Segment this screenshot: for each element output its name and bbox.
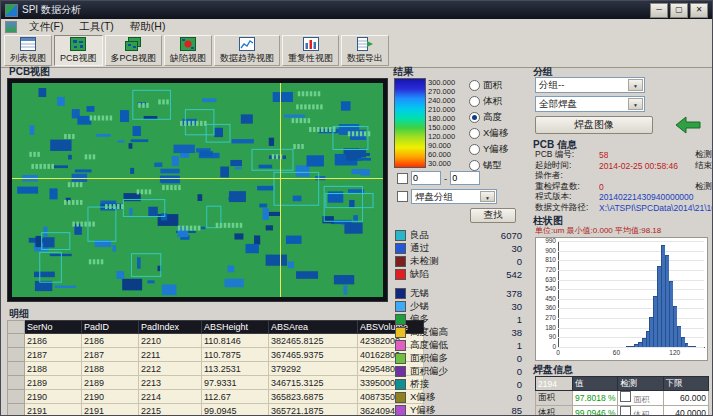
defect-count-row[interactable]: 桥接0 xyxy=(395,378,522,391)
gridline xyxy=(558,241,704,242)
histogram-stats: 单位:um 最小值:0.000 平均值:98.18 xyxy=(535,225,710,236)
chevron-down-icon[interactable]: ▼ xyxy=(480,191,495,202)
range-min-input[interactable] xyxy=(411,171,441,185)
previous-arrow-icon[interactable] xyxy=(675,116,701,134)
menu-item-help[interactable]: 帮助(H) xyxy=(122,19,174,34)
pcb-info-row: 程式版本:20140221430940000000 xyxy=(531,192,712,203)
toolbar-button-multi-pcb-view[interactable]: 多PCB视图 xyxy=(105,35,163,66)
defect-count-row[interactable]: 良品6070 xyxy=(395,229,522,242)
chevron-down-icon[interactable]: ▼ xyxy=(628,98,643,110)
y-tick-label: 720 xyxy=(536,266,556,273)
defect-count-row[interactable]: 未检测0 xyxy=(395,255,522,268)
scale-value-label: 30.000 xyxy=(428,159,466,168)
info-label: PCB 编号: xyxy=(535,150,599,161)
metric-radio-高度[interactable]: 高度 xyxy=(469,111,508,124)
defect-count-row[interactable]: 通过30 xyxy=(395,242,522,255)
table-row[interactable]: 21912191221599.0945365721.187536240948 xyxy=(8,404,424,416)
pcb-info-row: 起始时间:2014-02-25 00:58:46结束 xyxy=(531,161,712,172)
scale-value-label: 60.000 xyxy=(428,150,466,159)
maximize-button[interactable]: ▢ xyxy=(670,3,688,18)
pad-info-table: 2194值检测下限 面积97.8018 %面积60.000体积99.0946 %… xyxy=(535,376,709,416)
table-row[interactable]: 218721872211110.7875367465.937540162800 xyxy=(8,348,424,362)
defect-count-row[interactable]: 少锡30 xyxy=(395,300,522,313)
window-title: SPI 数据分析 xyxy=(22,3,81,17)
defect-count-row[interactable]: 面积偏少0 xyxy=(395,365,522,378)
scale-value-label: 120.000 xyxy=(428,132,466,141)
metric-radio-面积[interactable]: 面积 xyxy=(469,79,508,92)
defect-count-row[interactable]: 高度偏高38 xyxy=(395,326,522,339)
group-select[interactable]: 分组-- ▼ xyxy=(535,77,645,93)
toolbar-button-data-export[interactable]: 数据导出 xyxy=(341,35,389,66)
table-row[interactable]: 21892189221397.9331346715.312533950000 xyxy=(8,376,424,390)
y-tick-label: 180 xyxy=(536,324,556,331)
row-selector[interactable] xyxy=(8,376,25,390)
table-cell: 2211 xyxy=(139,348,202,362)
metric-radio-Y偏移[interactable]: Y偏移 xyxy=(469,143,508,156)
defect-count-row[interactable]: 面积偏多0 xyxy=(395,352,522,365)
range-max-input[interactable] xyxy=(450,171,480,185)
status-color-swatch xyxy=(395,379,406,390)
table-row[interactable]: 218621862210110.8146382465.812542382000 xyxy=(8,334,424,348)
metric-radio-label: 高度 xyxy=(483,111,502,124)
radio-icon xyxy=(469,160,480,171)
defect-count: 30 xyxy=(511,243,522,254)
y-tick-label: 990 xyxy=(536,237,556,244)
gridline xyxy=(558,270,704,271)
defect-label: 通过 xyxy=(410,242,429,255)
histogram-plot[interactable]: 090180270360450540630720810900990060120 xyxy=(535,237,708,361)
pad-image-button[interactable]: 焊盘图像 xyxy=(535,116,653,134)
app-icon xyxy=(5,4,18,17)
defect-count: 1 xyxy=(517,340,522,351)
chevron-down-icon[interactable]: ▼ xyxy=(628,79,643,91)
defect-label: 无锡 xyxy=(410,287,429,300)
table-cell: 2191 xyxy=(82,404,139,416)
status-color-swatch xyxy=(395,269,406,280)
table-row[interactable]: 218821882212113.253137929242954800 xyxy=(8,362,424,376)
toolbar-button-defect-view[interactable]: 缺陷视图 xyxy=(164,35,212,66)
defect-count-row[interactable]: X偏移0 xyxy=(395,391,522,404)
metric-radio-label: 面积 xyxy=(483,79,502,92)
defect-count: 1 xyxy=(517,314,522,325)
toolbar-button-pcb-view[interactable]: PCB视图 xyxy=(54,35,103,66)
all-pads-select-value: 全部焊盘 xyxy=(539,98,577,109)
menu-item-file[interactable]: 文件(F) xyxy=(21,19,71,34)
document-icon xyxy=(5,21,17,33)
close-button[interactable]: ✕ xyxy=(690,3,708,18)
defect-count-row[interactable]: 高度偏低1 xyxy=(395,339,522,352)
pad-group-checkbox[interactable] xyxy=(397,191,408,202)
list-view-icon xyxy=(20,37,36,51)
details-table[interactable]: SerNoPadIDPadIndexABSHeightABSAreaABSVol… xyxy=(7,320,424,416)
all-pads-select[interactable]: 全部焊盘 ▼ xyxy=(535,96,645,112)
defect-count-row[interactable]: 缺陷542 xyxy=(395,268,522,281)
row-selector[interactable] xyxy=(8,404,25,416)
search-button[interactable]: 查找 xyxy=(470,208,516,223)
row-selector[interactable] xyxy=(8,390,25,404)
table-cell: 2189 xyxy=(82,376,139,390)
pad-group-select-value: 焊盘分组 xyxy=(415,191,453,202)
toolbar-button-trend-view[interactable]: 数据趋势视图 xyxy=(214,35,280,66)
row-selector[interactable] xyxy=(8,348,25,362)
pcb-canvas[interactable] xyxy=(7,78,388,302)
minimize-button[interactable]: ─ xyxy=(650,3,668,18)
check-checkbox[interactable] xyxy=(620,391,631,402)
menu-item-tools[interactable]: 工具(T) xyxy=(71,19,121,34)
defect-count-row[interactable]: Y偏移85 xyxy=(395,404,522,416)
metric-radio-X偏移[interactable]: X偏移 xyxy=(469,127,508,140)
pad-group-row: 焊盘分组 ▼ xyxy=(397,189,497,204)
table-row[interactable]: 219021902214112.67365823.687540873502 xyxy=(8,390,424,404)
histogram-bar xyxy=(692,346,696,347)
defect-count-row[interactable]: 无锡378 xyxy=(395,287,522,300)
table-cell: 97.9331 xyxy=(202,376,269,390)
row-selector[interactable] xyxy=(8,362,25,376)
row-selector[interactable] xyxy=(8,334,25,348)
toolbar-button-list-view[interactable]: 列表视图 xyxy=(4,35,52,66)
check-checkbox[interactable] xyxy=(620,406,631,416)
range-filter-checkbox[interactable] xyxy=(397,173,408,184)
padinfo-metric-label: 面积 xyxy=(536,391,573,406)
metric-radio-体积[interactable]: 体积 xyxy=(469,95,508,108)
checkbox-label: 体积 xyxy=(633,410,649,416)
pad-group-select[interactable]: 焊盘分组 ▼ xyxy=(411,189,497,204)
defect-count-row[interactable]: 偏多1 xyxy=(395,313,522,326)
toolbar-button-repeatability-view[interactable]: 重复性视图 xyxy=(282,35,339,66)
title-bar[interactable]: SPI 数据分析 ─▢✕ xyxy=(1,1,712,19)
